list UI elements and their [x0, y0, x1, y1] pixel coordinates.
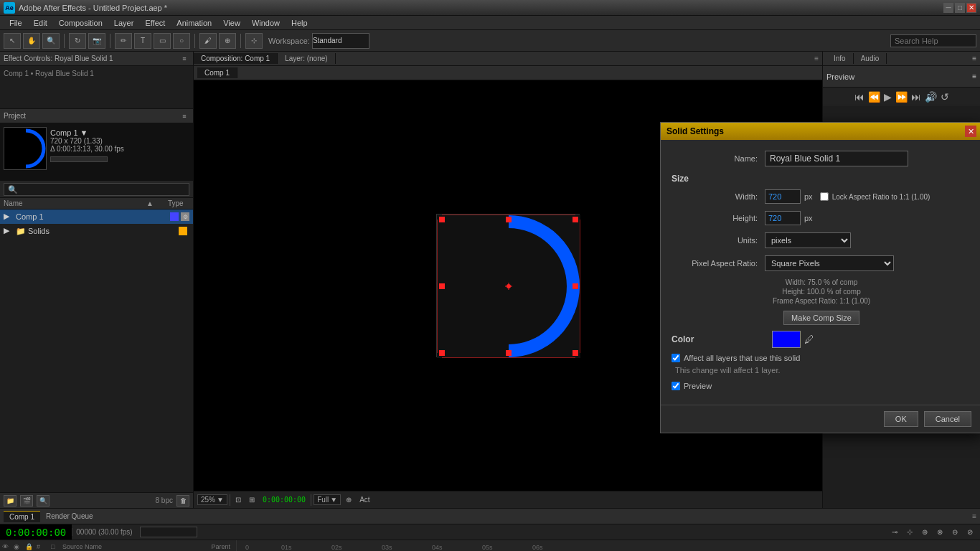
timeline-search-input[interactable] [140, 527, 197, 537]
tool-rect[interactable]: ▭ [154, 33, 171, 49]
comp-sub-tab[interactable]: Comp 1 [197, 67, 237, 78]
comp-panel-menu[interactable]: ≡ [811, 53, 822, 64]
timeline-comp-tab[interactable]: Comp 1 [4, 511, 40, 522]
menu-edit[interactable]: Edit [28, 17, 53, 29]
lock-ratio-checkbox[interactable] [820, 192, 829, 201]
make-comp-size-button[interactable]: Make Comp Size [783, 311, 859, 325]
col-lock: 🔒 [25, 543, 37, 550]
menu-window[interactable]: Window [246, 17, 286, 29]
close-button[interactable]: ✕ [966, 3, 976, 13]
tool-zoom[interactable]: 🔍 [42, 33, 60, 49]
grid-btn[interactable]: ⊞ [246, 495, 258, 504]
name-label: Name: [672, 154, 765, 163]
width-input[interactable] [765, 189, 801, 204]
units-select[interactable]: pixels inches mm [765, 232, 851, 248]
right-panel-menu[interactable]: ≡ [972, 55, 976, 62]
cancel-button[interactable]: Cancel [924, 411, 971, 427]
timeline-menu[interactable]: ≡ [972, 512, 976, 520]
preview-next-frame[interactable]: ⏩ [895, 91, 908, 103]
tool-ellipse[interactable]: ○ [173, 33, 190, 49]
comp-panel-tab[interactable]: Composition: Comp 1 [194, 53, 278, 64]
menu-layer[interactable]: Layer [108, 17, 140, 29]
tl-ctrl-3[interactable]: ⊕ [918, 527, 931, 538]
preview-checkbox[interactable] [672, 382, 680, 390]
workspace-input[interactable] [312, 33, 369, 49]
tl-ctrl-1[interactable]: ⊸ [888, 527, 901, 538]
tool-camera[interactable]: 📷 [88, 33, 105, 49]
tl-ctrl-2[interactable]: ⊹ [903, 527, 916, 538]
par-select[interactable]: Square Pixels D1/DV NTSC D1/DV PAL [765, 255, 894, 271]
menu-animation[interactable]: Animation [171, 17, 217, 29]
tl-ctrl-6[interactable]: ⊘ [963, 527, 976, 538]
new-comp-btn[interactable]: 🎬 [20, 495, 33, 507]
search-input[interactable] [890, 34, 976, 47]
units-row: Units: pixels inches mm [672, 232, 971, 248]
width-label: Width: [672, 192, 765, 201]
timeline-cols-header: 👁 ◉ 🔒 # □ Source Name Parent [0, 540, 236, 551]
minimize-button[interactable]: ─ [943, 3, 953, 13]
tool-pen[interactable]: ✏ [115, 33, 132, 49]
comp-subtab-bar: Comp 1 [194, 66, 822, 80]
menu-composition[interactable]: Composition [53, 17, 108, 29]
menu-file[interactable]: File [4, 17, 28, 29]
preview-last[interactable]: ⏭ [911, 91, 921, 103]
comp-preview-area: Comp 1 ▼ 720 x 720 (1.33) Δ 0:00:13:13, … [0, 123, 193, 181]
col-solo: ◉ [14, 543, 25, 550]
tl-ctrl-4[interactable]: ⊗ [933, 527, 946, 538]
preview-menu[interactable]: ≡ [972, 72, 976, 80]
project-menu-icon[interactable]: ≡ [179, 111, 189, 121]
color-swatch[interactable] [772, 331, 801, 348]
zoom-control[interactable]: 25% ▼ [197, 494, 227, 505]
project-search-input[interactable] [4, 183, 189, 196]
layer-panel-tab[interactable]: Layer: (none) [278, 53, 335, 64]
comp-canvas [436, 214, 580, 357]
comp-info: Comp 1 ▼ 720 x 720 (1.33) Δ 0:00:13:13, … [50, 127, 189, 177]
timecode-display: 0:00:00:00 [260, 495, 308, 504]
tool-arrow[interactable]: ↖ [4, 33, 21, 49]
eyedropper-button[interactable]: 🖊 [804, 334, 814, 345]
tool-clone[interactable]: ⊕ [219, 33, 236, 49]
dialog-close-button[interactable]: ✕ [965, 126, 976, 137]
tool-rotate[interactable]: ↻ [69, 33, 86, 49]
preview-play[interactable]: ▶ [884, 91, 892, 103]
effect-controls-menu-icon[interactable]: ≡ [179, 54, 189, 64]
timeline-right-panel: 0 01s 02s 03s 04s 05s 06s [237, 540, 980, 551]
audio-tab[interactable]: Audio [854, 53, 887, 64]
preview-tab[interactable]: Preview [826, 72, 854, 81]
right-panel-header: Info Audio ≡ [823, 52, 980, 66]
name-input[interactable] [765, 151, 908, 166]
tool-puppet[interactable]: ⊹ [245, 33, 263, 49]
toolbar-sep-3 [194, 34, 195, 48]
maximize-button[interactable]: □ [955, 3, 965, 13]
tool-hand[interactable]: ✋ [23, 33, 40, 49]
affect-all-checkbox[interactable] [672, 354, 680, 362]
title-bar-left: Ae Adobe After Effects - Untitled Projec… [4, 2, 167, 14]
timeline-render-tab[interactable]: Render Queue [40, 511, 99, 522]
ruler-mark-2: 02s [330, 544, 342, 551]
ok-button[interactable]: OK [884, 411, 918, 427]
preview-audio[interactable]: 🔊 [925, 91, 937, 103]
info-tab[interactable]: Info [826, 53, 854, 64]
height-label: Height: [672, 214, 765, 222]
project-item-solids[interactable]: ▶ 📁 Solids [0, 224, 193, 238]
quality-control[interactable]: Full ▼ [314, 494, 341, 505]
tool-paint[interactable]: 🖌 [199, 33, 217, 49]
menu-view[interactable]: View [217, 17, 246, 29]
viewer-snap[interactable]: ⊕ [343, 495, 354, 504]
timecode-display: 0:00:00:00 [0, 524, 72, 540]
height-input[interactable] [765, 211, 801, 225]
tl-ctrl-5[interactable]: ⊖ [948, 527, 961, 538]
fit-btn[interactable]: ⊡ [232, 495, 244, 504]
viewer-action[interactable]: Act [357, 495, 372, 504]
new-folder-btn[interactable]: 📁 [4, 495, 17, 507]
preview-prev-frame[interactable]: ⏪ [868, 91, 880, 103]
tool-text[interactable]: T [134, 33, 151, 49]
delete-btn[interactable]: 🗑 [176, 495, 189, 507]
menu-effect[interactable]: Effect [139, 17, 171, 29]
preview-first[interactable]: ⏮ [854, 91, 864, 103]
project-item-comp1[interactable]: ▶ Comp 1 ⚙ [0, 209, 193, 224]
menu-help[interactable]: Help [286, 17, 314, 29]
project-item-comp1-name: Comp 1 [16, 212, 170, 221]
search-btn[interactable]: 🔍 [37, 495, 50, 507]
preview-loop[interactable]: ↺ [941, 91, 949, 103]
